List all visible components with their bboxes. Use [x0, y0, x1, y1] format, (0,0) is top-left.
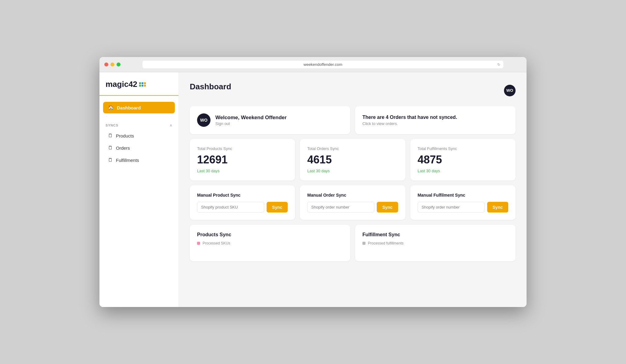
browser-window: weekendoffender.com ↻ magic42 — [99, 57, 527, 307]
sidebar-item-dashboard[interactable]: 🏠 Dashboard — [103, 102, 175, 113]
manual-order-sync-input-row: Sync — [307, 202, 398, 212]
traffic-lights — [104, 62, 121, 66]
nav-section: 🏠 Dashboard — [99, 96, 178, 117]
stat-orders-label: Total Orders Sync — [307, 146, 398, 151]
orders-alert-card[interactable]: There are 4 Orders that have not synced.… — [355, 106, 516, 134]
stat-products-value: 12691 — [197, 153, 288, 166]
sign-out-link[interactable]: Sign out — [215, 121, 287, 126]
manual-fulfilment-sync-input-row: Sync — [418, 202, 508, 212]
logo-dot-3 — [144, 82, 146, 84]
logo-dot-1 — [139, 82, 141, 84]
manual-fulfilment-sync-button[interactable]: Sync — [487, 202, 508, 212]
orders-doc-icon: 🗒 — [108, 145, 113, 151]
logo-dot-4 — [139, 85, 141, 87]
orders-label: Orders — [116, 145, 130, 151]
sidebar-logo: magic42 — [99, 72, 178, 96]
sidebar-item-orders[interactable]: 🗒 Orders — [103, 142, 175, 154]
dashboard-label: Dashboard — [117, 105, 141, 110]
fulfillment-sync-legend: Processed fulfillments — [362, 241, 508, 245]
syncs-header: SYNCS ∧ — [103, 123, 175, 127]
close-button[interactable] — [104, 62, 108, 66]
syncs-section: SYNCS ∧ 🗒 Products 🗒 Orders 🗒 Fulfillmen… — [99, 117, 178, 169]
manual-fulfilment-sync-title: Manual Fulfilment Sync — [418, 193, 508, 198]
address-bar[interactable]: weekendoffender.com ↻ — [142, 61, 503, 68]
processed-skus-legend-label: Processed SKUs — [203, 241, 230, 245]
welcome-card: WO Welcome, Weekend Offender Sign out — [190, 106, 350, 134]
stat-card-products: Total Products Sync 12691 Last 30 days — [190, 139, 295, 180]
stat-products-label: Total Products Sync — [197, 146, 288, 151]
orders-alert-heading: There are 4 Orders that have not synced. — [362, 115, 508, 120]
processed-fulfillments-legend-dot — [362, 242, 365, 245]
fulfillments-label: Fulfillments — [116, 158, 139, 163]
products-label: Products — [116, 133, 134, 138]
home-icon: 🏠 — [108, 105, 114, 110]
manual-product-sync-title: Manual Product Sync — [197, 193, 288, 198]
url-text: weekendoffender.com — [304, 62, 342, 67]
chevron-up-icon[interactable]: ∧ — [170, 123, 172, 127]
logo-text: magic42 — [106, 80, 137, 89]
welcome-avatar: WO — [197, 113, 210, 127]
header-avatar[interactable]: WO — [504, 85, 516, 96]
products-sync-chart-card: Products Sync Processed SKUs — [190, 225, 350, 261]
main-content: Dashboard WO WO Welcome, Weekend Offende… — [179, 72, 527, 307]
manual-product-sync-input-row: Sync — [197, 202, 288, 212]
fulfillments-doc-icon: 🗒 — [108, 157, 113, 163]
stat-orders-value: 4615 — [307, 153, 398, 166]
stat-orders-period: Last 30 days — [307, 169, 398, 173]
products-sync-chart-title: Products Sync — [197, 232, 343, 237]
stat-card-fulfillments: Total Fulfillments Sync 4875 Last 30 day… — [410, 139, 516, 180]
manual-order-sync-card: Manual Order Sync Sync — [300, 185, 405, 220]
sidebar: magic42 🏠 Dashboard — [99, 72, 179, 307]
main-header: Dashboard WO — [190, 82, 516, 99]
charts-row: Products Sync Processed SKUs Fulfillment… — [190, 225, 516, 261]
manual-product-sync-button[interactable]: Sync — [267, 202, 288, 212]
stat-fulfillments-label: Total Fulfillments Sync — [418, 146, 508, 151]
page-title: Dashboard — [190, 82, 231, 91]
products-doc-icon: 🗒 — [108, 133, 113, 138]
sidebar-item-fulfillments[interactable]: 🗒 Fulfillments — [103, 154, 175, 166]
fulfillment-sync-chart-title: Fulfillment Sync — [362, 232, 508, 237]
app-body: magic42 🏠 Dashboard — [99, 72, 527, 307]
manual-product-sync-card: Manual Product Sync Sync — [190, 185, 295, 220]
logo-dot-6 — [144, 85, 146, 87]
sidebar-item-products[interactable]: 🗒 Products — [103, 130, 175, 141]
manual-order-sync-button[interactable]: Sync — [377, 202, 398, 212]
welcome-avatar-initials: WO — [200, 118, 207, 123]
header-avatar-initials: WO — [506, 88, 513, 93]
maximize-button[interactable] — [117, 62, 121, 66]
stat-card-orders: Total Orders Sync 4615 Last 30 days — [300, 139, 405, 180]
products-sync-legend: Processed SKUs — [197, 241, 343, 245]
stat-fulfillments-value: 4875 — [418, 153, 508, 166]
processed-skus-legend-dot — [197, 242, 200, 245]
welcome-row: WO Welcome, Weekend Offender Sign out Th… — [190, 106, 516, 134]
reload-icon[interactable]: ↻ — [497, 62, 500, 67]
logo: magic42 — [106, 80, 172, 89]
fulfillment-sync-chart-card: Fulfillment Sync Processed fulfillments — [355, 225, 516, 261]
stat-products-period: Last 30 days — [197, 169, 288, 173]
welcome-text: Welcome, Weekend Offender Sign out — [215, 115, 287, 126]
welcome-heading: Welcome, Weekend Offender — [215, 115, 287, 121]
manual-product-sync-input[interactable] — [197, 202, 264, 212]
manual-sync-row: Manual Product Sync Sync Manual Order Sy… — [190, 185, 516, 220]
stats-row: Total Products Sync 12691 Last 30 days T… — [190, 139, 516, 180]
manual-fulfilment-sync-input[interactable] — [418, 202, 485, 212]
logo-dot-2 — [142, 82, 143, 84]
syncs-label: SYNCS — [106, 123, 118, 127]
minimize-button[interactable] — [110, 62, 114, 66]
stat-fulfillments-period: Last 30 days — [418, 169, 508, 173]
manual-order-sync-input[interactable] — [307, 202, 374, 212]
logo-dots — [139, 82, 146, 87]
manual-order-sync-title: Manual Order Sync — [307, 193, 398, 198]
browser-chrome: weekendoffender.com ↻ — [99, 57, 527, 72]
manual-fulfilment-sync-card: Manual Fulfilment Sync Sync — [410, 185, 516, 220]
processed-fulfillments-legend-label: Processed fulfillments — [368, 241, 404, 245]
logo-dot-5 — [142, 85, 143, 87]
orders-alert-subtext: Click to view orders. — [362, 121, 508, 126]
